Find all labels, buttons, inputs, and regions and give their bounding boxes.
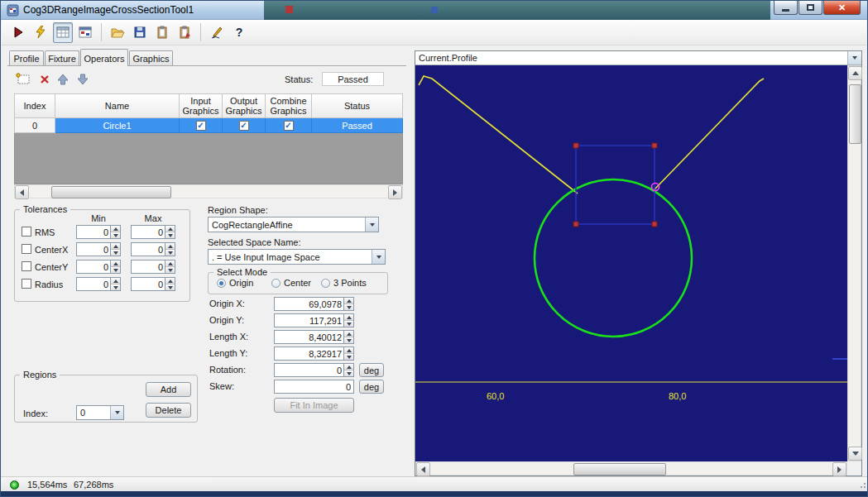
region-index-dropdown[interactable]: 0 xyxy=(76,405,124,420)
row-index-cell[interactable]: 0 xyxy=(14,118,55,133)
column-header-input-graphics[interactable]: Input Graphics xyxy=(180,93,223,118)
region-shape-dropdown[interactable]: CogRectangleAffine xyxy=(208,217,379,232)
vertex-marker[interactable] xyxy=(652,184,659,191)
column-header-status[interactable]: Status xyxy=(312,93,403,118)
combine-graphics-checkbox[interactable]: ✓ xyxy=(284,121,294,131)
scroll-left-button[interactable] xyxy=(15,185,29,199)
centery-min-spinner[interactable]: 0 xyxy=(76,260,121,274)
centerx-checkbox[interactable] xyxy=(22,244,31,254)
spin-down-button[interactable] xyxy=(165,250,175,256)
tab-fixture[interactable]: Fixture xyxy=(45,50,79,65)
rms-min-spinner[interactable]: 0 xyxy=(76,225,121,239)
spin-up-button[interactable] xyxy=(344,331,353,337)
spin-up-button[interactable] xyxy=(344,298,353,304)
move-down-button[interactable] xyxy=(74,71,92,87)
close-button[interactable]: ✕ xyxy=(823,1,861,15)
open-button[interactable] xyxy=(108,22,127,43)
row-status-cell[interactable]: Passed xyxy=(312,118,403,133)
dropdown-arrow-icon[interactable] xyxy=(110,406,123,419)
spin-down-button[interactable] xyxy=(344,321,353,327)
region-handle[interactable] xyxy=(573,222,578,227)
delete-region-button[interactable]: Delete xyxy=(146,403,191,418)
show-result-grid-button[interactable] xyxy=(75,22,95,43)
maximize-button[interactable] xyxy=(798,1,822,15)
origin-x-field[interactable]: 69,0978 xyxy=(274,297,354,311)
centery-checkbox[interactable] xyxy=(22,261,31,271)
spin-up-button[interactable] xyxy=(344,347,353,354)
scroll-left-button[interactable] xyxy=(416,462,430,476)
region-handle[interactable] xyxy=(652,143,657,148)
scroll-down-button[interactable] xyxy=(848,447,862,461)
spin-up-button[interactable] xyxy=(111,226,120,232)
rotation-field[interactable]: 0 xyxy=(274,363,354,377)
minimize-button[interactable] xyxy=(774,1,798,15)
show-control-grid-button[interactable] xyxy=(53,22,73,43)
column-header-index[interactable]: Index xyxy=(14,93,55,118)
radius-max-spinner[interactable]: 0 xyxy=(131,277,175,291)
signature-button[interactable] xyxy=(207,22,227,43)
dropdown-arrow-icon[interactable] xyxy=(365,217,378,232)
paste-button[interactable] xyxy=(175,22,194,43)
spin-down-button[interactable] xyxy=(111,250,120,256)
dropdown-arrow-icon[interactable] xyxy=(847,51,861,65)
mode-center-radio[interactable]: Center xyxy=(271,278,311,288)
profile-image-canvas[interactable]: 60,0 80,0 xyxy=(415,65,847,461)
spin-down-button[interactable] xyxy=(111,284,120,290)
add-operator-button[interactable] xyxy=(14,71,32,87)
table-row[interactable]: 0 Circle1 ✓ ✓ ✓ Passed xyxy=(14,118,403,133)
region-handle[interactable] xyxy=(573,143,578,148)
scroll-right-button[interactable] xyxy=(832,462,846,476)
image-vertical-scrollbar[interactable] xyxy=(847,65,861,461)
image-horizontal-scrollbar[interactable] xyxy=(415,461,847,475)
spin-up-button[interactable] xyxy=(111,243,120,250)
run-button[interactable] xyxy=(8,22,28,43)
tab-graphics[interactable]: Graphics xyxy=(129,50,173,65)
selected-space-dropdown[interactable]: . = Use Input Image Space xyxy=(208,249,386,265)
skew-field[interactable]: 0 xyxy=(274,380,354,394)
region-handle[interactable] xyxy=(652,222,657,227)
rms-checkbox[interactable] xyxy=(22,227,31,237)
help-button[interactable]: ? xyxy=(229,22,249,43)
live-run-button[interactable] xyxy=(31,22,50,43)
spin-down-button[interactable] xyxy=(344,354,353,360)
spin-down-button[interactable] xyxy=(165,267,175,273)
save-button[interactable] xyxy=(130,22,150,43)
spin-down-button[interactable] xyxy=(344,370,353,376)
row-name-cell[interactable]: Circle1 xyxy=(55,118,180,133)
centery-max-spinner[interactable]: 0 xyxy=(131,260,175,274)
radius-min-spinner[interactable]: 0 xyxy=(76,277,121,291)
scroll-up-button[interactable] xyxy=(848,66,862,80)
column-header-combine-graphics[interactable]: Combine Graphics xyxy=(266,93,312,118)
centerx-max-spinner[interactable]: 0 xyxy=(131,242,175,256)
fit-in-image-button[interactable]: Fit In Image xyxy=(274,398,354,413)
length-x-field[interactable]: 8,40012 xyxy=(274,330,354,344)
copy-results-button[interactable] xyxy=(152,22,172,43)
input-graphics-checkbox[interactable]: ✓ xyxy=(196,121,206,131)
spin-up-button[interactable] xyxy=(165,226,175,232)
output-graphics-checkbox[interactable]: ✓ xyxy=(239,121,249,131)
move-up-button[interactable] xyxy=(54,71,72,87)
rms-max-spinner[interactable]: 0 xyxy=(131,225,175,239)
centerx-min-spinner[interactable]: 0 xyxy=(76,242,121,256)
add-region-button[interactable]: Add xyxy=(146,382,191,397)
mode-origin-radio[interactable]: Origin xyxy=(217,278,253,288)
dropdown-arrow-icon[interactable] xyxy=(372,250,385,264)
spin-up-button[interactable] xyxy=(165,260,175,267)
resize-grip[interactable] xyxy=(861,486,862,488)
spin-up-button[interactable] xyxy=(111,260,120,267)
spin-down-button[interactable] xyxy=(111,267,120,273)
tab-profile[interactable]: Profile xyxy=(9,50,44,65)
origin-y-field[interactable]: 117,291 xyxy=(274,313,354,327)
radius-checkbox[interactable] xyxy=(22,279,31,289)
mode-3points-radio[interactable]: 3 Points xyxy=(321,278,367,288)
image-selector-dropdown[interactable]: Current.Profile xyxy=(415,51,861,65)
tab-operators[interactable]: Operators xyxy=(80,49,128,66)
scrollbar-thumb[interactable] xyxy=(573,463,666,475)
spin-up-button[interactable] xyxy=(165,278,175,284)
column-header-name[interactable]: Name xyxy=(55,93,180,118)
spin-up-button[interactable] xyxy=(111,278,120,284)
length-y-field[interactable]: 8,32917 xyxy=(274,346,354,361)
spin-up-button[interactable] xyxy=(165,243,175,250)
spin-down-button[interactable] xyxy=(165,284,175,290)
skew-deg-button[interactable]: deg xyxy=(359,380,384,394)
